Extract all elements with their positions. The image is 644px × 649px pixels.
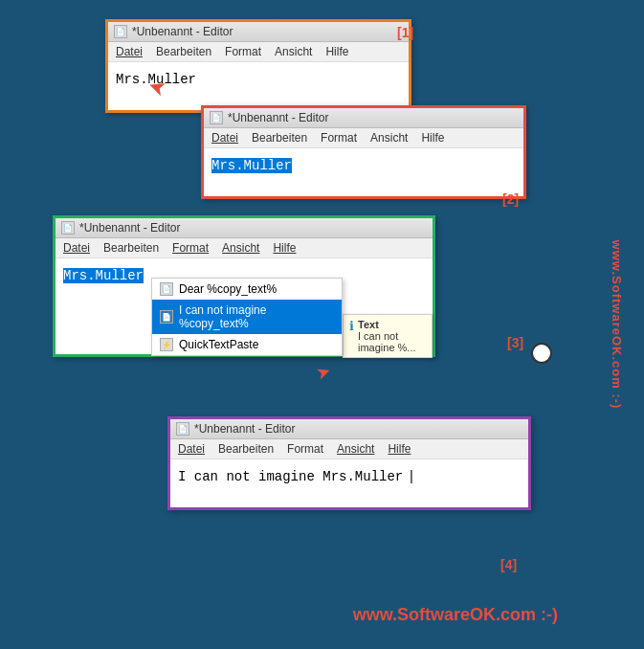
window-4-text: I can not imagine Mrs.Muller [178, 469, 403, 484]
menu-4-ansicht[interactable]: Ansicht [335, 441, 376, 457]
menu-1-hilfe[interactable]: Hilfe [323, 44, 350, 59]
window-1-titlebar: 📄 *Unbenannt - Editor [108, 22, 409, 42]
context-menu-item-2-icon: 📄 [160, 310, 173, 324]
context-menu: 📄 Dear %copy_text% 📄 I can not imagine %… [151, 278, 343, 356]
bottom-watermark: www.SoftwareOK.com :-) [353, 605, 558, 625]
context-menu-item-1-label: Dear %copy_text% [179, 282, 277, 296]
window-2: 📄 *Unbenannt - Editor Datei Bearbeiten F… [201, 105, 526, 199]
soccer-ball [531, 343, 552, 364]
window-3-title: *Unbenannt - Editor [79, 221, 180, 235]
window-1-title: *Unbenannt - Editor [132, 25, 233, 38]
window-4-title: *Unbenannt - Editor [194, 422, 295, 436]
tooltip-content: Text I can not imagine %... [358, 319, 426, 353]
menu-1-bearbeiten[interactable]: Bearbeiten [154, 44, 213, 59]
side-watermark: www.SoftwareOK.com :-) [610, 240, 624, 410]
tooltip-text: I can not imagine %... [358, 330, 426, 353]
tooltip-icon: ℹ [349, 319, 354, 333]
window-4-icon: 📄 [176, 422, 189, 436]
context-menu-item-3-icon: ⚡ [160, 338, 173, 351]
window-2-menubar: Datei Bearbeiten Format Ansicht Hilfe [204, 128, 523, 148]
menu-4-datei[interactable]: Datei [176, 441, 207, 457]
menu-2-format[interactable]: Format [319, 130, 359, 145]
menu-4-bearbeiten[interactable]: Bearbeiten [216, 441, 276, 457]
menu-3-hilfe[interactable]: Hilfe [271, 240, 298, 256]
context-menu-item-1[interactable]: 📄 Dear %copy_text% [152, 279, 342, 300]
menu-1-format[interactable]: Format [223, 44, 263, 59]
window-2-title: *Unbenannt - Editor [228, 111, 328, 124]
window-2-text: Mrs.Muller [211, 158, 292, 173]
menu-3-ansicht[interactable]: Ansicht [220, 240, 261, 256]
window-3: 📄 *Unbenannt - Editor Datei Bearbeiten F… [53, 215, 435, 357]
window-1-menubar: Datei Bearbeiten Format Ansicht Hilfe [108, 42, 409, 62]
menu-1-ansicht[interactable]: Ansicht [273, 44, 314, 59]
window-3-text: Mrs.Muller [63, 268, 144, 283]
context-menu-item-1-icon: 📄 [160, 282, 173, 296]
context-menu-item-3[interactable]: ⚡ QuickTextPaste [152, 334, 342, 355]
label-4: [4] [500, 557, 517, 572]
tooltip-title: Text [358, 319, 426, 330]
menu-3-format[interactable]: Format [170, 240, 211, 256]
context-menu-item-2-label: I can not imagine %copy_text% [179, 303, 334, 330]
menu-2-bearbeiten[interactable]: Bearbeiten [250, 130, 309, 145]
window-3-titlebar: 📄 *Unbenannt - Editor [56, 218, 433, 238]
context-menu-item-3-label: QuickTextPaste [179, 338, 258, 351]
window-3-menubar: Datei Bearbeiten Format Ansicht Hilfe [56, 238, 433, 258]
arrow-2: ➤ [313, 360, 334, 385]
window-4-cursor: | [408, 469, 415, 484]
menu-2-datei[interactable]: Datei [210, 130, 240, 145]
context-menu-item-2[interactable]: 📄 I can not imagine %copy_text% [152, 300, 342, 334]
tooltip: ℹ Text I can not imagine %... [343, 314, 433, 358]
window-2-content: Mrs.Muller [204, 148, 523, 196]
menu-3-datei[interactable]: Datei [61, 240, 92, 256]
menu-2-hilfe[interactable]: Hilfe [419, 130, 446, 145]
window-1: 📄 *Unbenannt - Editor Datei Bearbeiten F… [105, 19, 411, 113]
menu-1-datei[interactable]: Datei [114, 44, 144, 59]
menu-4-hilfe[interactable]: Hilfe [386, 441, 412, 457]
window-2-titlebar: 📄 *Unbenannt - Editor [204, 108, 523, 128]
menu-4-format[interactable]: Format [285, 441, 325, 457]
menu-2-ansicht[interactable]: Ansicht [368, 130, 410, 145]
window-4-content: I can not imagine Mrs.Muller | [170, 459, 528, 507]
window-2-icon: 📄 [210, 111, 223, 124]
label-2: [2] [502, 191, 519, 207]
window-1-icon: 📄 [114, 25, 127, 38]
window-4: 📄 *Unbenannt - Editor Datei Bearbeiten F… [167, 416, 531, 510]
window-4-menubar: Datei Bearbeiten Format Ansicht Hilfe [170, 439, 528, 459]
window-4-titlebar: 📄 *Unbenannt - Editor [170, 419, 528, 439]
menu-3-bearbeiten[interactable]: Bearbeiten [101, 240, 161, 256]
window-3-icon: 📄 [61, 221, 75, 235]
window-3-content: Mrs.Muller 📄 Dear %copy_text% 📄 I can no… [56, 258, 433, 354]
label-1: [1] [397, 25, 413, 40]
label-3: [3] [507, 335, 523, 350]
